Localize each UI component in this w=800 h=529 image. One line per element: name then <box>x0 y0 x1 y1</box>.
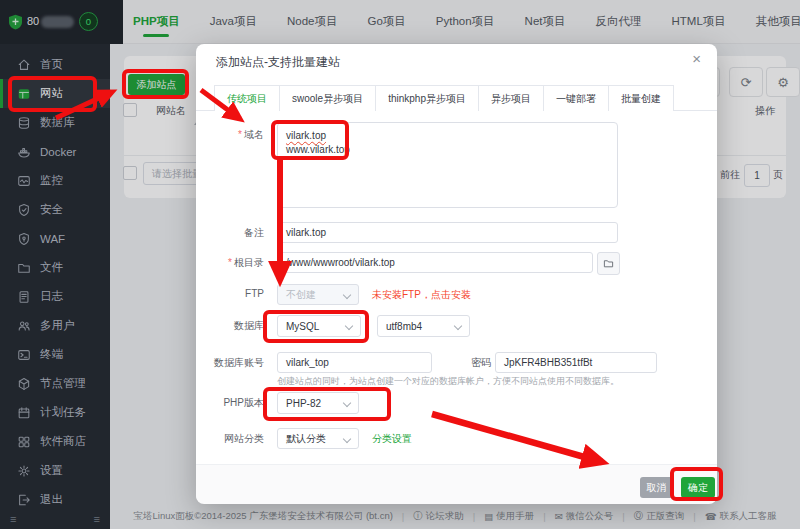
db-user-label: 数据库账号 <box>196 356 264 370</box>
db-hint-text: 创建站点的同时，为站点创建一个对应的数据库帐户，方便不同站点使用不同数据库。 <box>277 375 619 388</box>
remark-input[interactable]: vilark.top <box>277 222 618 243</box>
modal-tabs: 传统项目 swoole异步项目 thinkphp异步项目 异步项目 一键部署 批… <box>214 85 674 111</box>
chevron-down-icon <box>454 322 462 330</box>
modal-tab-async[interactable]: 异步项目 <box>479 86 544 111</box>
db-user-input[interactable]: vilark_top <box>277 352 432 373</box>
db-type-select[interactable]: MySQL <box>277 315 361 337</box>
root-label: *根目录 <box>196 256 264 270</box>
remark-label: 备注 <box>196 226 264 240</box>
db-pass-label: 密码 <box>451 356 491 370</box>
root-path-input[interactable]: /www/wwwroot/vilark.top <box>277 252 593 273</box>
close-icon[interactable]: × <box>692 51 701 66</box>
confirm-button[interactable]: 确定 <box>681 477 715 498</box>
chevron-down-icon <box>343 399 351 407</box>
modal-title: 添加站点-支持批量建站 <box>216 54 340 71</box>
browse-folder-button[interactable] <box>597 252 620 275</box>
category-label: 网站分类 <box>196 432 264 446</box>
php-label: PHP版本 <box>196 396 264 410</box>
modal-tab-deploy[interactable]: 一键部署 <box>544 86 609 111</box>
modal-tab-traditional[interactable]: 传统项目 <box>215 86 280 111</box>
php-version-select[interactable]: PHP-82 <box>277 392 359 414</box>
modal-tab-swoole[interactable]: swoole异步项目 <box>280 86 376 111</box>
domain-label: *域名 <box>196 128 264 142</box>
chevron-down-icon <box>345 322 353 330</box>
ftp-label: FTP <box>196 288 264 299</box>
add-site-modal: 添加站点-支持批量建站 × 传统项目 swoole异步项目 thinkphp异步… <box>196 44 717 503</box>
db-label: 数据库 <box>196 319 264 333</box>
modal-tab-thinkphp[interactable]: thinkphp异步项目 <box>376 86 479 111</box>
folder-icon <box>603 258 614 269</box>
category-settings-link[interactable]: 分类设置 <box>372 432 412 446</box>
db-pass-input[interactable]: JpKFR4BHB351tfBt <box>495 352 657 373</box>
domain-textarea[interactable]: vilark.top www.vilark.top <box>277 122 618 208</box>
modal-footer <box>196 464 717 504</box>
ftp-warning-link[interactable]: 未安装FTP，点击安装 <box>372 288 471 302</box>
bt-panel-screen: 80 0 PHP项目 Java项目 Node项目 Go项目 Python项目 N… <box>0 0 800 529</box>
cancel-button[interactable]: 取消 <box>640 477 673 498</box>
category-select[interactable]: 默认分类 <box>277 428 359 449</box>
chevron-down-icon <box>343 291 351 299</box>
ftp-select[interactable]: 不创建 <box>277 284 359 305</box>
chevron-down-icon <box>343 435 351 443</box>
db-charset-select[interactable]: utf8mb4 <box>377 315 470 337</box>
modal-tab-batch[interactable]: 批量创建 <box>609 86 673 111</box>
